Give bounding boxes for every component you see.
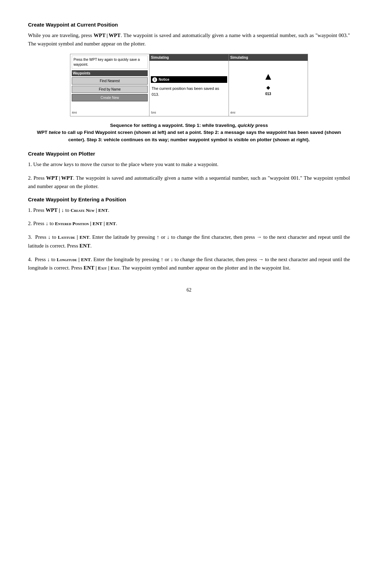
step1-to: to xyxy=(64,207,71,213)
step2-pipe1: | xyxy=(89,221,93,226)
para1-text-before: While you are traveling, press xyxy=(28,33,94,38)
caption-line2: to call up Find Waypoint screen (shown a… xyxy=(61,130,341,142)
step4-pipe3: | xyxy=(107,265,111,271)
step1-sep: | xyxy=(57,207,61,213)
caption-line1b: press xyxy=(254,123,268,128)
step4-right-arrow: → xyxy=(258,257,264,262)
step3-latitude: Latitude xyxy=(58,235,75,240)
step4-item: 4. Press ↓ to Longitude | ENT. Enter the… xyxy=(28,255,350,273)
screen-right: Simulating ▲ ◆ 013 4mi xyxy=(229,54,308,116)
step3-right-arrow: → xyxy=(257,234,262,240)
step4-text-before: 4. Press xyxy=(28,257,47,262)
step4-text-after: to change the first character, then pres… xyxy=(173,257,258,262)
notice-text: The current position has been saved as 0… xyxy=(151,84,227,99)
step3-text-before: 3. Press xyxy=(28,234,48,240)
notice-box: i Notice xyxy=(151,76,227,83)
paragraph-arrow-keys: 1. Use the arrow keys to move the cursor… xyxy=(28,160,350,169)
para3-wpt: WPT | WPT xyxy=(46,175,73,181)
step4-pipe: | xyxy=(77,257,81,262)
step4-text-mid: . Enter the longitude by pressing xyxy=(91,257,161,262)
step2-period: . xyxy=(116,221,117,226)
step3-text-mid: . Enter the latitude by pressing xyxy=(89,234,156,240)
heading-create-waypoint-current: Create Waypoint at Current Position xyxy=(28,21,350,29)
step4-longitude: Longitude xyxy=(57,257,77,262)
screen-right-body: ▲ ◆ 013 xyxy=(229,61,308,110)
screen-middle: Simulating i Notice The current position… xyxy=(149,54,229,116)
notice-label: Notice xyxy=(159,77,169,82)
step4-text-end: . The waypoint symbol and number appear … xyxy=(119,265,290,271)
step1-period: . xyxy=(108,207,110,213)
find-nearest-button[interactable]: Find Nearest xyxy=(72,77,148,85)
step2-ent1: ENT xyxy=(93,221,103,226)
step3-to: to xyxy=(50,234,58,240)
screen-left: Press the WPT key again to quickly save … xyxy=(70,54,149,116)
navigation-arrow-up: ▲ xyxy=(230,69,306,84)
step3-or: or xyxy=(159,234,167,240)
step2-entered-position: Entered Position xyxy=(55,221,89,226)
step4-pipe2: | xyxy=(94,265,98,271)
screen-right-footer: 4mi xyxy=(229,110,308,116)
step2-ent2: ENT xyxy=(106,221,116,226)
step4-up-arrow: ↑ xyxy=(161,257,163,262)
step3-ent2: ENT xyxy=(79,243,90,249)
caption-twice: twice xyxy=(49,130,61,135)
step1-text-before: 1. Press xyxy=(28,207,46,213)
step4-or: or xyxy=(163,257,170,262)
step3-up-arrow: ↑ xyxy=(157,234,160,240)
step4-ent2: ENT xyxy=(84,265,94,271)
step4-exit2: Exit xyxy=(111,265,119,271)
paragraph-wpt-current: While you are traveling, press WPT | WPT… xyxy=(28,31,350,49)
para1-wpt: WPT | WPT xyxy=(94,33,121,38)
screens-caption: Sequence for setting a waypoint. Step 1:… xyxy=(35,122,343,144)
step2-down-arrow: ↓ xyxy=(46,221,48,226)
screen-left-footer: 4mi xyxy=(70,110,149,116)
screen-left-waypoints-label: Waypoints xyxy=(72,70,148,76)
step4-ent: ENT xyxy=(81,257,91,262)
caption-wpt: WPT xyxy=(37,130,48,135)
notice-icon: i xyxy=(152,77,157,82)
screen-left-body: Press the WPT key again to quickly save … xyxy=(70,54,149,110)
step1-ent: ENT xyxy=(98,208,108,213)
step4-to: to xyxy=(50,257,57,262)
paragraph-press-wpt: 2. Press WPT | WPT. The waypoint is save… xyxy=(28,174,350,191)
screen-middle-footer: 5mi xyxy=(149,110,228,116)
step2-text-before: 2. Press xyxy=(28,221,46,226)
step2-pipe2: | xyxy=(102,221,106,226)
heading-create-waypoint-position: Create Waypoint by Entering a Position xyxy=(28,196,350,204)
para3-text-before: 2. Press xyxy=(28,175,46,181)
para3-text-after: . The waypoint is saved and automaticall… xyxy=(28,175,350,189)
caption-quickly: quickly xyxy=(238,123,254,128)
step1-wpt: WPT xyxy=(46,207,57,213)
page-number: 62 xyxy=(28,286,350,294)
step4-exit1: Exit xyxy=(98,265,107,271)
screen-middle-header: Simulating xyxy=(149,54,228,61)
find-by-name-button[interactable]: Find by Name xyxy=(72,86,148,93)
step4-down-arrow2: ↓ xyxy=(170,257,173,262)
step3-ent: ENT xyxy=(79,235,89,240)
step3-item: 3. Press ↓ to Latitude | ENT. Enter the … xyxy=(28,233,350,250)
step3-period: . xyxy=(90,243,92,249)
step3-text-after: to change the first character, then pres… xyxy=(169,234,257,240)
step2-item: 2. Press ↓ to Entered Position | ENT | E… xyxy=(28,219,350,228)
step3-pipe: | xyxy=(75,234,80,240)
step1-item: 1. Press WPT | ↓ to Create New | ENT. xyxy=(28,206,350,215)
screen-middle-body: i Notice The current position has been s… xyxy=(149,61,228,110)
step1-pipe: | xyxy=(94,207,98,213)
step1-down-arrow: ↓ xyxy=(61,207,64,213)
step2-to: to xyxy=(48,221,55,226)
screen-left-memo: Press the WPT key again to quickly save … xyxy=(72,56,148,69)
create-new-button[interactable]: Create New xyxy=(72,94,148,101)
caption-line1-bold: Sequence for setting a waypoint. Step 1:… xyxy=(110,123,238,128)
waypoint-diamond: ◆ xyxy=(230,84,306,91)
heading-create-waypoint-plotter: Create Waypoint on Plotter xyxy=(28,150,350,158)
screens-illustration: Press the WPT key again to quickly save … xyxy=(70,54,308,116)
screen-right-header: Simulating xyxy=(229,54,308,61)
step1-create-new: Create New xyxy=(71,208,94,213)
waypoint-marker-label: 013 xyxy=(230,91,306,96)
